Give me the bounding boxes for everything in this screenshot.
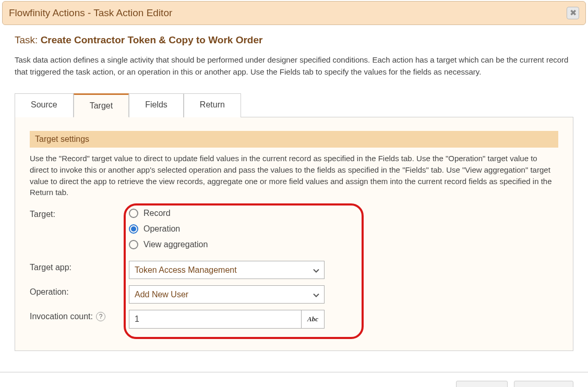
tab-fields[interactable]: Fields (129, 93, 184, 117)
invocation-count-input[interactable] (129, 310, 302, 329)
task-description: Task data action defines a single activi… (15, 54, 573, 78)
close-icon: ✖ (570, 9, 577, 17)
section-description: Use the "Record" target value to direct … (30, 153, 558, 198)
save-button[interactable]: Save (456, 381, 508, 387)
target-app-select[interactable]: Token Access Management (129, 261, 325, 279)
radio-label: Operation (143, 224, 180, 234)
form-row-operation: Operation: Add New User (30, 285, 558, 304)
invocation-label: Invocation count: ? (30, 310, 129, 321)
form-row-target-app: Target app: Token Access Management (30, 261, 558, 279)
task-title-row: Task: Create Contractor Token & Copy to … (15, 34, 573, 46)
form-row-target: Target: Record Operation View aggregatio… (30, 208, 558, 249)
operation-select-wrapper: Add New User (129, 285, 325, 304)
radio-view-aggregation[interactable]: View aggregation (129, 240, 208, 249)
dialog-content: Task: Create Contractor Token & Copy to … (0, 25, 588, 351)
tab-return[interactable]: Return (184, 93, 241, 117)
task-prefix: Task: (15, 34, 41, 45)
operation-select[interactable]: Add New User (129, 285, 325, 304)
radio-icon (129, 224, 138, 234)
dialog-title: Flowfinity Actions - Task Action Editor (9, 7, 172, 19)
task-name: Create Contractor Token & Copy to Work O… (41, 34, 263, 45)
radio-icon (129, 209, 138, 218)
radio-operation[interactable]: Operation (129, 224, 208, 234)
tab-source[interactable]: Source (15, 93, 74, 117)
operation-label: Operation: (30, 285, 129, 297)
form-area: Target: Record Operation View aggregatio… (30, 208, 558, 329)
target-app-label: Target app: (30, 261, 129, 272)
abc-button[interactable]: Abc (302, 310, 325, 329)
close-button[interactable]: ✖ (567, 7, 579, 19)
dialog-footer: Save Cancel (0, 372, 588, 387)
target-radio-group: Record Operation View aggregation (129, 208, 208, 249)
cancel-button[interactable]: Cancel (514, 381, 573, 387)
invocation-input-row: Abc (129, 310, 325, 329)
target-label: Target: (30, 208, 129, 219)
radio-record[interactable]: Record (129, 209, 208, 218)
radio-label: Record (143, 209, 171, 218)
section-header: Target settings (30, 131, 558, 148)
radio-icon (129, 240, 138, 249)
tab-target[interactable]: Target (74, 93, 129, 117)
radio-label: View aggregation (143, 240, 208, 249)
tabs: Source Target Fields Return (15, 93, 573, 117)
help-icon[interactable]: ? (96, 312, 105, 321)
tab-content-target: Target settings Use the "Record" target … (15, 117, 573, 351)
form-row-invocation: Invocation count: ? Abc (30, 310, 558, 329)
target-app-select-wrapper: Token Access Management (129, 261, 325, 279)
dialog-header: Flowfinity Actions - Task Action Editor … (2, 1, 586, 25)
